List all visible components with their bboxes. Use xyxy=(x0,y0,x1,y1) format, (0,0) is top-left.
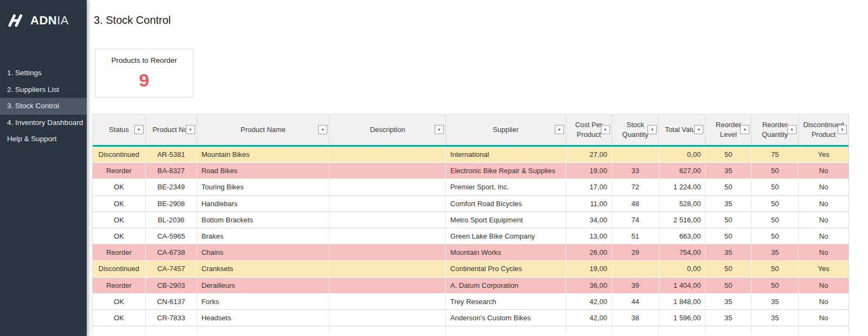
cell-discontinued_product[interactable]: No xyxy=(799,228,848,244)
cell-empty[interactable] xyxy=(197,326,330,334)
cell-discontinued_product[interactable]: No xyxy=(799,310,848,326)
cell-discontinued_product[interactable]: Yes xyxy=(799,147,848,162)
cell-description[interactable] xyxy=(329,278,446,293)
filter-dropdown-icon[interactable]: ▾ xyxy=(787,125,796,134)
cell-discontinued_product[interactable]: No xyxy=(799,163,848,179)
cell-supplier[interactable]: Comfort Road Bicycles xyxy=(446,196,566,212)
cell-product_no[interactable]: BL-2036 xyxy=(146,212,197,228)
cell-reorder_level[interactable]: 35 xyxy=(705,310,752,326)
cell-cost_per_product[interactable]: 42,00 xyxy=(566,294,612,309)
cell-supplier[interactable]: Electronic Bike Repair & Supplies xyxy=(446,163,566,179)
cell-status[interactable]: OK xyxy=(93,310,146,326)
cell-reorder_level[interactable]: 35 xyxy=(705,294,752,309)
cell-description[interactable] xyxy=(329,179,446,195)
cell-description[interactable] xyxy=(329,163,446,179)
cell-empty[interactable] xyxy=(799,326,848,334)
cell-product_name[interactable]: Forks xyxy=(197,294,330,309)
cell-supplier[interactable]: Mountain Works xyxy=(446,245,566,260)
cell-cost_per_product[interactable]: 27,00 xyxy=(566,147,612,162)
cell-reorder_level[interactable]: 35 xyxy=(705,196,752,212)
cell-product_name[interactable]: Derailleurs xyxy=(197,278,330,293)
cell-supplier[interactable]: International xyxy=(446,147,566,162)
cell-product_name[interactable]: Road Bikes xyxy=(197,163,330,179)
cell-supplier[interactable]: A. Datum Corporation xyxy=(446,278,566,293)
sidebar-item-stock-control[interactable]: 3. Stock Control xyxy=(0,98,87,115)
cell-cost_per_product[interactable]: 26,00 xyxy=(566,245,612,260)
cell-cost_per_product[interactable]: 19,00 xyxy=(566,163,612,179)
cell-description[interactable] xyxy=(329,147,446,162)
cell-empty[interactable] xyxy=(146,326,197,334)
cell-empty[interactable] xyxy=(329,326,446,334)
cell-discontinued_product[interactable]: No xyxy=(799,294,848,309)
cell-product_no[interactable]: CB-2903 xyxy=(146,278,197,293)
cell-empty[interactable] xyxy=(93,326,146,334)
cell-status[interactable]: OK xyxy=(93,228,146,244)
cell-product_no[interactable]: BE-2908 xyxy=(146,196,197,212)
cell-reorder_quantity[interactable]: 35 xyxy=(752,245,799,260)
cell-reorder_level[interactable]: 50 xyxy=(705,147,752,162)
cell-supplier[interactable]: Metro Sport Equipment xyxy=(446,212,566,228)
cell-reorder_quantity[interactable]: 35 xyxy=(752,294,799,309)
cell-reorder_quantity[interactable]: 50 xyxy=(752,228,799,244)
cell-reorder_quantity[interactable]: 50 xyxy=(752,278,799,293)
cell-product_name[interactable]: Touring Bikes xyxy=(197,179,330,195)
cell-description[interactable] xyxy=(329,261,446,276)
cell-reorder_quantity[interactable]: 50 xyxy=(752,163,799,179)
cell-product_no[interactable]: BA-8327 xyxy=(146,163,197,179)
cell-total_value[interactable]: 1 224,00 xyxy=(659,179,706,195)
cell-cost_per_product[interactable]: 42,00 xyxy=(566,310,612,326)
cell-status[interactable]: OK xyxy=(93,179,146,195)
cell-reorder_quantity[interactable]: 50 xyxy=(752,179,799,195)
cell-cost_per_product[interactable]: 11,00 xyxy=(566,196,612,212)
cell-product_name[interactable]: Handlebars xyxy=(197,196,330,212)
cell-total_value[interactable]: 1 596,00 xyxy=(659,310,706,326)
cell-discontinued_product[interactable]: No xyxy=(799,245,848,260)
cell-stock_quantity[interactable]: 38 xyxy=(612,310,659,326)
cell-description[interactable] xyxy=(329,228,446,244)
cell-status[interactable]: Reorder xyxy=(93,278,146,293)
cell-description[interactable] xyxy=(329,294,446,309)
cell-product_no[interactable]: CR-7833 xyxy=(146,310,197,326)
cell-stock_quantity[interactable] xyxy=(612,261,659,276)
cell-stock_quantity[interactable] xyxy=(612,147,659,162)
cell-discontinued_product[interactable]: Yes xyxy=(799,261,848,276)
filter-dropdown-icon[interactable]: ▾ xyxy=(647,125,657,134)
cell-product_no[interactable]: AR-5381 xyxy=(146,147,197,162)
cell-cost_per_product[interactable]: 34,00 xyxy=(566,212,612,228)
cell-reorder_quantity[interactable]: 75 xyxy=(752,147,799,162)
sidebar-item-suppliers-list[interactable]: 2. Suppliers List xyxy=(0,82,87,98)
cell-reorder_level[interactable]: 50 xyxy=(705,278,752,293)
cell-discontinued_product[interactable]: No xyxy=(799,179,848,195)
cell-discontinued_product[interactable]: No xyxy=(799,212,848,228)
cell-total_value[interactable]: 2 516,00 xyxy=(659,212,706,228)
cell-status[interactable]: Discontinued xyxy=(93,261,146,276)
cell-status[interactable]: OK xyxy=(93,212,146,228)
cell-product_name[interactable]: Chains xyxy=(197,245,330,260)
cell-description[interactable] xyxy=(329,212,446,228)
cell-status[interactable]: OK xyxy=(93,196,146,212)
filter-dropdown-icon[interactable]: ▾ xyxy=(555,125,564,134)
filter-dropdown-icon[interactable]: ▾ xyxy=(601,125,610,134)
cell-product_no[interactable]: CA-6738 xyxy=(146,245,197,260)
filter-dropdown-icon[interactable]: ▾ xyxy=(318,125,327,134)
cell-status[interactable]: Discontinued xyxy=(93,147,146,162)
cell-supplier[interactable]: Premier Sport, Inc. xyxy=(446,179,566,195)
cell-stock_quantity[interactable]: 33 xyxy=(612,163,659,179)
cell-reorder_quantity[interactable]: 50 xyxy=(752,212,799,228)
cell-stock_quantity[interactable]: 44 xyxy=(612,294,659,309)
cell-empty[interactable] xyxy=(752,326,799,334)
cell-reorder_quantity[interactable]: 35 xyxy=(752,310,799,326)
cell-supplier[interactable]: Anderson's Custom Bikes xyxy=(446,310,566,326)
cell-description[interactable] xyxy=(329,196,446,212)
cell-stock_quantity[interactable]: 51 xyxy=(612,228,659,244)
cell-total_value[interactable]: 0,00 xyxy=(659,261,706,276)
cell-product_no[interactable]: CA-7457 xyxy=(146,261,197,276)
cell-reorder_level[interactable]: 50 xyxy=(705,261,752,276)
cell-cost_per_product[interactable]: 19,00 xyxy=(566,261,612,276)
cell-reorder_level[interactable]: 50 xyxy=(705,212,752,228)
cell-total_value[interactable]: 528,00 xyxy=(659,196,706,212)
sidebar-item-settings[interactable]: 1. Settings xyxy=(0,65,87,82)
cell-stock_quantity[interactable]: 29 xyxy=(612,245,659,260)
cell-total_value[interactable]: 1 404,00 xyxy=(659,278,706,293)
cell-total_value[interactable]: 1 848,00 xyxy=(659,294,706,309)
